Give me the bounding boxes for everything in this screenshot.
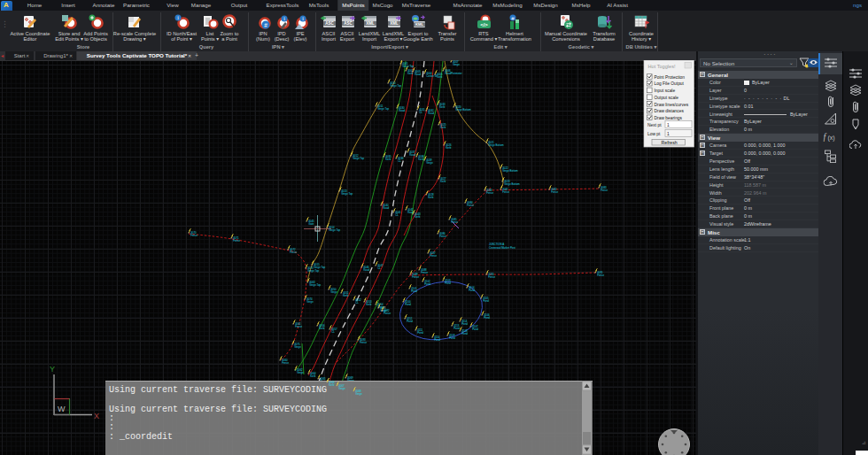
svg-text:Verge Top: Verge Top	[353, 157, 364, 160]
svg-text:Verge Top: Verge Top	[307, 269, 319, 273]
svg-text:Verge: Verge	[355, 392, 362, 396]
svg-text:Fence: Fence	[384, 312, 391, 315]
svg-text:Pond: Pond	[453, 327, 460, 330]
svg-text:Draw distances: Draw distances	[655, 109, 685, 113]
svg-text:Output scale: Output scale	[655, 96, 679, 100]
svg-text:Kerb: Kerb	[310, 374, 315, 378]
svg-text:Fence: Fence	[601, 189, 608, 192]
svg-text:Verge Top: Verge Top	[377, 107, 389, 111]
svg-text:Verge: Verge	[453, 63, 460, 66]
svg-text:Fence: Fence	[439, 235, 446, 238]
svg-text:Pond: Pond	[407, 320, 413, 323]
svg-text:(x): (x)	[827, 135, 834, 142]
svg-text:CL: CL	[377, 266, 381, 270]
svg-text:Fence: Fence	[421, 271, 428, 274]
svg-text:Kerb: Kerb	[418, 158, 423, 161]
svg-text:CL: CL	[419, 111, 422, 114]
svg-text:CL: CL	[398, 159, 401, 163]
svg-text:Hot Toggles!: Hot Toggles!	[648, 64, 676, 69]
svg-text:CL: CL	[331, 330, 335, 334]
svg-text:Verge: Verge	[297, 371, 304, 374]
svg-text:Kerb: Kerb	[439, 105, 445, 109]
svg-text:Pond: Pond	[434, 338, 440, 342]
svg-text:Next pt: Next pt	[647, 123, 662, 127]
svg-text:Verge Top: Verge Top	[329, 228, 340, 232]
svg-text:#: #	[264, 22, 267, 28]
svg-text:Kerb: Kerb	[319, 327, 324, 330]
svg-text:Verge Top: Verge Top	[341, 192, 353, 196]
svg-text:Kerb: Kerb	[343, 294, 348, 297]
svg-text:Verge Bottom: Verge Bottom	[455, 108, 471, 112]
svg-text:Gate: Gate	[308, 222, 314, 226]
svg-text:Verge: Verge	[294, 345, 301, 349]
svg-text:: _coordedit: : _coordedit	[109, 432, 173, 442]
svg-text:Draw bearings: Draw bearings	[655, 116, 683, 120]
svg-text:W: W	[58, 405, 66, 413]
svg-text:Verge: Verge	[306, 300, 314, 304]
svg-text:Road: Road	[383, 206, 389, 210]
svg-text:ASC: ASC	[344, 21, 353, 26]
svg-text:Fence: Fence	[412, 275, 419, 279]
svg-text:Fence: Fence	[290, 251, 297, 254]
svg-text:Verge Top: Verge Top	[390, 84, 401, 88]
svg-text:Pond: Pond	[411, 289, 417, 293]
svg-text:Fence: Fence	[488, 275, 495, 279]
svg-text:Y: Y	[50, 365, 55, 374]
svg-text:Using current traverse file: S: Using current traverse file: SURVEYCODIN…	[109, 385, 327, 395]
svg-text:Kerb: Kerb	[440, 180, 446, 183]
svg-text:Fence: Fence	[451, 220, 458, 224]
svg-text:Fence: Fence	[486, 191, 493, 195]
svg-text:CL: CL	[395, 213, 399, 217]
svg-text:Fence: Fence	[551, 190, 558, 194]
svg-text:Low pt: Low pt	[647, 132, 661, 136]
svg-text:Pond: Pond	[424, 282, 430, 286]
svg-text:ASC: ASC	[325, 21, 334, 26]
svg-text:Kerb: Kerb	[415, 215, 420, 219]
svg-text:Fence: Fence	[233, 239, 240, 243]
svg-text:Kerb: Kerb	[437, 75, 442, 79]
svg-text:Pond: Pond	[483, 299, 489, 303]
svg-text:Fence: Fence	[430, 254, 437, 258]
svg-text:Kerb: Kerb	[366, 303, 371, 306]
svg-text:1: 1	[667, 123, 670, 127]
svg-text:Road: Road	[399, 109, 405, 112]
svg-text:f: f	[823, 132, 826, 142]
svg-text:Fence: Fence	[282, 361, 289, 365]
svg-text:Verge: Verge	[330, 290, 337, 294]
svg-text:Verge Bottom: Verge Bottom	[488, 143, 504, 147]
svg-text:Fence: Fence	[190, 234, 198, 237]
svg-text:Pond: Pond	[445, 281, 451, 285]
svg-text:Pond: Pond	[417, 331, 423, 335]
svg-text:Center W: Center W	[426, 74, 437, 78]
svg-text:Refresh: Refresh	[662, 140, 678, 145]
svg-text:Pond: Pond	[469, 289, 475, 292]
svg-text:Using current traverse file: S: Using current traverse file: SURVEYCODIN…	[109, 405, 327, 414]
svg-text:Kerb: Kerb	[385, 158, 391, 161]
svg-text:Verge Bottom: Verge Bottom	[504, 182, 520, 186]
svg-text:Fence: Fence	[502, 190, 509, 194]
svg-text:1: 1	[667, 132, 670, 136]
svg-text:KML: KML	[415, 22, 424, 27]
svg-text:Kerb: Kerb	[407, 72, 413, 75]
svg-text:Fence: Fence	[360, 341, 367, 344]
svg-text:Pond: Pond	[461, 332, 468, 335]
svg-text:Road: Road	[409, 153, 415, 157]
svg-text:Verge Top: Verge Top	[402, 65, 414, 68]
svg-text:Draw lines/curves: Draw lines/curves	[655, 103, 689, 107]
svg-text:Kerb: Kerb	[329, 383, 334, 387]
svg-text:Kerb: Kerb	[428, 196, 433, 199]
svg-text:Road: Road	[415, 73, 421, 76]
svg-text:Pond: Pond	[461, 322, 468, 326]
svg-text:Fence: Fence	[295, 325, 302, 328]
svg-text:Pond: Pond	[484, 316, 490, 320]
svg-text:XML: XML	[390, 21, 399, 26]
svg-text:Verge: Verge	[338, 387, 345, 390]
svg-text:Kerb: Kerb	[440, 126, 446, 129]
svg-text:Input scale: Input scale	[655, 89, 676, 93]
svg-text:Log File Output: Log File Output	[655, 81, 685, 86]
svg-text:Road: Road	[428, 112, 434, 115]
svg-text:Verge Bottom: Verge Bottom	[502, 169, 518, 173]
svg-text:Pond: Pond	[472, 328, 478, 331]
svg-text:Crossroad Marker Post: Crossroad Marker Post	[489, 246, 515, 250]
svg-text:CL: CL	[355, 301, 359, 305]
